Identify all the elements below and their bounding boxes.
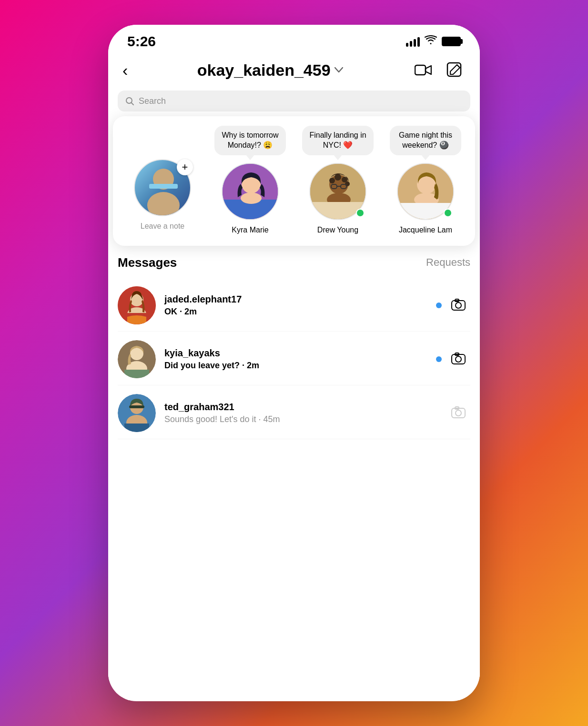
- messages-title: Messages: [118, 255, 177, 270]
- svg-rect-35: [124, 370, 149, 378]
- signal-icon: [406, 36, 420, 47]
- msg-content-1: jaded.elephant17 OK · 2m: [164, 294, 427, 317]
- avatar-drew: [309, 163, 366, 220]
- svg-point-30: [456, 302, 461, 308]
- avatar-kyra: [222, 163, 279, 220]
- msg-preview-1: OK · 2m: [164, 307, 427, 317]
- header-username[interactable]: okay_kaiden_459: [197, 61, 343, 80]
- unread-dot-1: [436, 302, 442, 308]
- svg-point-16: [342, 177, 347, 182]
- search-icon: [125, 97, 134, 105]
- chevron-down-icon: [335, 67, 343, 73]
- search-area: Search: [108, 91, 480, 116]
- add-note-badge[interactable]: +: [177, 159, 193, 175]
- msg-username-2: kyia_kayaks: [164, 348, 427, 359]
- svg-point-37: [456, 356, 461, 362]
- note-username-self: Leave a note: [141, 222, 185, 231]
- wifi-icon: [425, 35, 437, 48]
- status-icons: [406, 35, 461, 48]
- svg-rect-1: [447, 63, 461, 76]
- message-list: jaded.elephant17 OK · 2m: [118, 280, 470, 439]
- search-bar[interactable]: Search: [118, 91, 470, 111]
- camera-button-3[interactable]: [449, 403, 470, 424]
- avatar-jaded: [118, 286, 156, 324]
- svg-rect-0: [415, 65, 426, 75]
- notes-row: + Leave a note Why is tomorrow Monday!? …: [122, 126, 466, 234]
- username-label: okay_kaiden_459: [197, 61, 331, 80]
- svg-point-17: [345, 182, 350, 186]
- svg-point-14: [329, 178, 335, 183]
- svg-point-45: [456, 410, 461, 416]
- unread-dot-2: [436, 356, 442, 362]
- avatar-jacqueline: [397, 163, 454, 220]
- svg-rect-43: [129, 405, 144, 408]
- message-item[interactable]: kyia_kayaks Did you leave yet? · 2m: [118, 333, 470, 385]
- note-bubble-kyra: Why is tomorrow Monday!? 😩: [214, 126, 286, 155]
- avatar-self: +: [134, 159, 191, 216]
- note-item-kyra[interactable]: Why is tomorrow Monday!? 😩: [210, 126, 290, 234]
- header: ‹ okay_kaiden_459: [108, 54, 480, 91]
- requests-link[interactable]: Requests: [426, 256, 470, 269]
- message-item[interactable]: ted_graham321 Sounds good! Let's do it ·…: [118, 387, 470, 439]
- msg-content-2: kyia_kayaks Did you leave yet? · 2m: [164, 348, 427, 371]
- msg-preview-3: Sounds good! Let's do it · 45m: [164, 414, 441, 424]
- msg-actions-2: [436, 349, 470, 370]
- svg-point-15: [335, 174, 341, 181]
- note-item-self[interactable]: + Leave a note: [122, 126, 203, 231]
- msg-actions-1: [436, 295, 470, 316]
- messages-section: Messages Requests: [108, 246, 480, 700]
- note-username-kyra: Kyra Marie: [232, 226, 268, 234]
- back-button[interactable]: ‹: [122, 61, 128, 80]
- svg-point-4: [147, 192, 180, 216]
- svg-point-9: [241, 192, 262, 204]
- camera-button-2[interactable]: [449, 349, 470, 370]
- msg-actions-3: [449, 403, 470, 424]
- note-bubble-drew: Finally landing in NYC! ❤️: [302, 126, 374, 155]
- compose-button[interactable]: [444, 59, 466, 81]
- svg-rect-42: [124, 424, 149, 432]
- msg-content-3: ted_graham321 Sounds good! Let's do it ·…: [164, 402, 441, 424]
- camera-button-1[interactable]: [449, 295, 470, 316]
- messages-header: Messages Requests: [118, 255, 470, 270]
- online-dot-jacqueline: [444, 209, 452, 217]
- message-item[interactable]: jaded.elephant17 OK · 2m: [118, 280, 470, 332]
- phone-shell: 5:26 ‹ okay_kaiden_4: [108, 25, 480, 701]
- battery-icon: [442, 37, 461, 46]
- msg-username-1: jaded.elephant17: [164, 294, 427, 305]
- status-bar: 5:26: [108, 25, 480, 54]
- search-placeholder: Search: [139, 96, 166, 106]
- note-item-jacqueline[interactable]: Game night this weekend? 🎱: [385, 126, 466, 234]
- svg-rect-5: [149, 184, 178, 189]
- online-dot-drew: [356, 209, 365, 217]
- note-bubble-jacqueline: Game night this weekend? 🎱: [390, 126, 461, 155]
- avatar-kyia: [118, 340, 156, 378]
- header-actions: [412, 59, 466, 81]
- notes-panel: + Leave a note Why is tomorrow Monday!? …: [113, 116, 475, 246]
- msg-username-3: ted_graham321: [164, 402, 441, 413]
- video-button[interactable]: [412, 59, 434, 81]
- msg-preview-2: Did you leave yet? · 2m: [164, 361, 427, 371]
- note-username-jacqueline: Jacqueline Lam: [399, 226, 452, 234]
- status-time: 5:26: [127, 33, 156, 50]
- svg-point-2: [126, 98, 132, 103]
- content-area: Search +: [108, 91, 480, 700]
- avatar-ted: [118, 394, 156, 432]
- note-item-drew[interactable]: Finally landing in NYC! ❤️: [298, 126, 378, 234]
- note-username-drew: Drew Young: [317, 226, 358, 234]
